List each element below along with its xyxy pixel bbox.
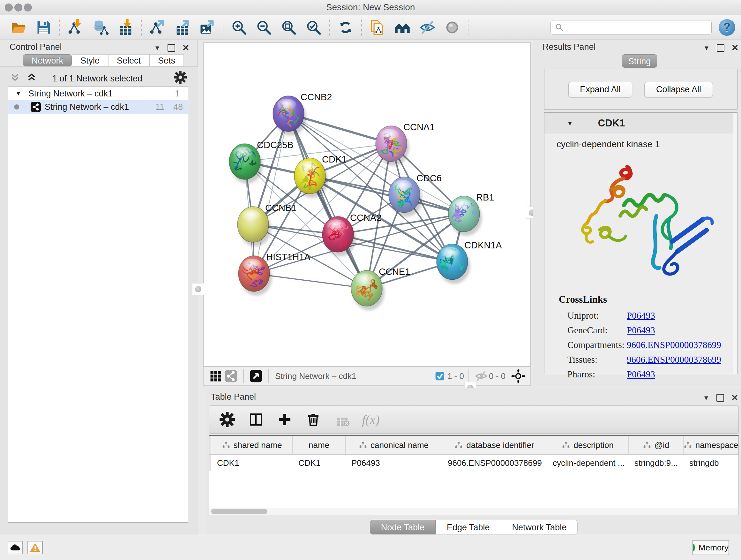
import-network-from-file-button[interactable] xyxy=(66,18,85,37)
delete-columns-button[interactable] xyxy=(305,411,322,428)
network-list: ▼ String Network – cdk1 1 String Network… xyxy=(8,86,188,523)
tab-edge-table[interactable]: Edge Table xyxy=(435,520,501,535)
collapse-panel-icon[interactable]: ▼ xyxy=(154,44,160,52)
tab-select[interactable]: Select xyxy=(108,54,149,66)
table-cell[interactable]: 9606.ENSP00000378699 xyxy=(442,458,547,468)
node-CDC6[interactable]: CDC6 xyxy=(389,173,442,217)
column-header-shared-name[interactable]: shared name xyxy=(211,436,293,454)
search-input[interactable] xyxy=(564,22,703,33)
table-row[interactable]: CDK1CDK1P064939606.ENSP00000378699cyclin… xyxy=(209,455,738,471)
export-network-button[interactable] xyxy=(148,18,166,37)
table-hscroll-thumb[interactable] xyxy=(211,509,267,514)
create-column-button[interactable] xyxy=(276,411,293,428)
table-cell[interactable]: CDK1 xyxy=(293,458,346,468)
node-CDK1[interactable]: CDK1 xyxy=(294,154,347,198)
column-header--id[interactable]: @id xyxy=(629,436,684,454)
table-cell[interactable]: cyclin-dependent ... xyxy=(547,458,629,468)
crosslink-value-link[interactable]: P06493 xyxy=(627,310,655,321)
export-table-button[interactable] xyxy=(173,18,192,37)
collapse-panel-icon[interactable]: ▼ xyxy=(703,44,710,52)
show-all-button[interactable] xyxy=(443,18,461,37)
network-canvas[interactable]: CCNB2 CCNA1 CDC25B CDK1 CDC6 xyxy=(203,43,531,367)
expand-all-networks-icon[interactable] xyxy=(10,72,20,83)
tab-node-table[interactable]: Node Table xyxy=(370,520,435,535)
node-CCNA1[interactable]: CCNA1 xyxy=(376,122,434,166)
node-CDKN1A[interactable]: CDKN1A xyxy=(434,240,502,284)
import-network-from-database-button[interactable] xyxy=(91,18,110,37)
table-options-button[interactable] xyxy=(218,411,236,428)
quick-search-box[interactable] xyxy=(550,20,712,35)
apply-layout-button[interactable] xyxy=(336,18,355,37)
table-cell[interactable]: stringdb xyxy=(684,458,738,468)
accordion-disclosure-icon[interactable]: ▼ xyxy=(567,120,573,127)
table-cell[interactable]: stringdb:9... xyxy=(629,458,684,468)
close-panel-icon[interactable]: ✕ xyxy=(731,393,738,403)
zoom-selected-button[interactable] xyxy=(305,18,323,37)
save-session-button[interactable] xyxy=(35,18,53,37)
zoom-fit-button[interactable] xyxy=(280,18,298,37)
hidden-items-eye-icon[interactable] xyxy=(474,368,489,384)
float-panel-icon[interactable] xyxy=(167,44,175,52)
show-columns-button[interactable] xyxy=(247,411,265,428)
export-image-button[interactable] xyxy=(198,18,216,37)
float-panel-icon[interactable] xyxy=(717,44,724,52)
cloud-status-button[interactable] xyxy=(8,541,23,554)
node-CCNE1[interactable]: CCNE1 xyxy=(351,266,410,310)
memory-button[interactable]: Memory xyxy=(692,540,729,555)
node-CCNB2[interactable]: CCNB2 xyxy=(270,92,332,136)
results-panel: Results Panel ▼ ✕ String Expand All Coll… xyxy=(533,40,741,386)
import-table-from-file-button[interactable] xyxy=(116,18,135,37)
edge-CCNB2-HIST1H1A[interactable] xyxy=(254,114,288,273)
hide-selection-button[interactable] xyxy=(418,18,436,37)
tab-sets[interactable]: Sets xyxy=(149,54,184,66)
collection-label: String Network – cdk1 xyxy=(28,89,113,99)
column-header-description[interactable]: description xyxy=(547,436,629,454)
network-options-gear-icon[interactable] xyxy=(174,71,187,84)
results-scrollbar[interactable] xyxy=(733,113,737,374)
crosslink-value-link[interactable]: P06493 xyxy=(627,369,655,380)
selected-items-checkbox-icon[interactable] xyxy=(432,368,448,384)
tab-network[interactable]: Network xyxy=(23,54,72,66)
expand-all-button[interactable]: Expand All xyxy=(568,82,632,98)
float-panel-icon[interactable] xyxy=(717,394,724,401)
detach-view-icon[interactable] xyxy=(248,368,264,384)
tab-style[interactable]: Style xyxy=(72,54,108,66)
collapse-all-networks-icon[interactable] xyxy=(26,72,37,83)
zoom-out-button[interactable] xyxy=(255,18,273,37)
close-panel-icon[interactable]: ✕ xyxy=(731,43,739,53)
crosslink-value-link[interactable]: P06493 xyxy=(627,325,655,335)
table-cell[interactable]: P06493 xyxy=(346,458,442,468)
show-grid-icon[interactable] xyxy=(208,368,223,384)
column-header-namespace[interactable]: namespace xyxy=(684,436,738,454)
network-collection-row[interactable]: ▼ String Network – cdk1 1 xyxy=(8,87,188,100)
crosslink-value-link[interactable]: 9606.ENSP00000378699 xyxy=(627,340,721,350)
column-header-database-identifier[interactable]: database identifier xyxy=(442,436,547,454)
zoom-in-button[interactable] xyxy=(230,18,248,37)
table-hscrollbar[interactable] xyxy=(209,508,739,515)
collection-disclosure-icon[interactable]: ▼ xyxy=(15,90,21,97)
node-CCNB1[interactable]: CCNB1 xyxy=(238,203,296,246)
protein-accordion-header[interactable]: ▼ CDK1 xyxy=(544,113,733,134)
close-panel-icon[interactable]: ✕ xyxy=(182,43,190,53)
node-RB1[interactable]: RB1 xyxy=(445,192,494,236)
column-header-name[interactable]: name xyxy=(293,436,346,454)
open-session-button[interactable] xyxy=(10,18,28,37)
collapse-all-button[interactable]: Collapse All xyxy=(644,82,713,98)
crosslink-value-link[interactable]: 9606.ENSP00000378699 xyxy=(627,354,721,365)
new-network-from-selection-button[interactable] xyxy=(368,18,387,37)
control-panel: Control Panel ▼ ✕ NetworkStyleSelectSets… xyxy=(0,40,198,535)
collapse-panel-icon[interactable]: ▼ xyxy=(703,394,710,401)
help-button[interactable]: ? xyxy=(719,19,735,36)
network-overview-icon[interactable] xyxy=(223,368,239,384)
tab-network-table[interactable]: Network Table xyxy=(501,520,578,535)
first-neighbors-button[interactable] xyxy=(393,18,412,37)
pan-crosshair-icon[interactable] xyxy=(511,368,526,384)
left-splitter-grip[interactable] xyxy=(192,283,204,295)
network-overview-icon xyxy=(224,369,239,383)
column-header-canonical-name[interactable]: canonical name xyxy=(346,436,442,454)
network-row-selected[interactable]: String Network – cdk1 11 48 xyxy=(8,100,188,114)
node-HIST1H1A[interactable]: HIST1H1A xyxy=(239,251,311,296)
tab-string[interactable]: String xyxy=(622,54,657,68)
table-cell[interactable]: CDK1 xyxy=(211,458,293,468)
warning-status-button[interactable] xyxy=(27,541,43,554)
